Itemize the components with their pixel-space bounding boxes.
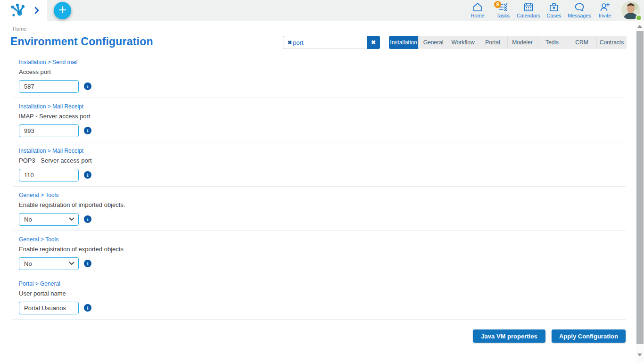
tab-general[interactable]: General <box>419 36 448 49</box>
item-label: Enable registration of imported objects. <box>19 200 626 209</box>
create-new-button[interactable]: + <box>54 2 71 19</box>
nav-label: Home <box>471 13 484 18</box>
message-bubble-icon <box>574 2 585 12</box>
nav-item-tasks[interactable]: 9 Tasks <box>490 2 516 21</box>
info-icon[interactable] <box>84 215 91 223</box>
invite-person-icon <box>599 2 611 12</box>
select-value: No <box>24 216 32 223</box>
nav-label: Tasks <box>496 13 510 18</box>
search-input[interactable]: ✖ port <box>283 36 367 49</box>
item-category-link[interactable]: General > Tools <box>19 236 626 243</box>
exported-objects-select[interactable]: No <box>19 257 79 270</box>
nav-item-home[interactable]: Home <box>465 2 490 21</box>
scroll-down-arrow-icon[interactable] <box>637 354 642 356</box>
access-port-input[interactable] <box>19 80 79 93</box>
config-item-list: Installation > Send mail Access port Ins… <box>13 54 626 320</box>
tab-modeler[interactable]: Modeler <box>508 36 537 49</box>
expand-menu-chevron-icon[interactable] <box>32 6 41 15</box>
item-category-link[interactable]: General > Tools <box>19 191 626 199</box>
nav-label: Messages <box>568 13 591 18</box>
select-value: No <box>24 260 32 267</box>
search-term-remove-icon[interactable]: ✖ <box>288 40 292 46</box>
apply-configuration-button[interactable]: Apply Configuration <box>552 329 626 343</box>
config-item-portal-name: Portal > General User portal name <box>13 275 626 320</box>
search-term: port <box>293 39 303 46</box>
softexpert-logo-icon[interactable] <box>9 3 25 19</box>
tab-contracts[interactable]: Contracts <box>597 36 627 49</box>
config-item-exported-objects: General > Tools Enable registration of e… <box>13 231 626 275</box>
tab-installation[interactable]: Installation <box>389 36 419 49</box>
item-label: POP3 - Server access port <box>19 156 626 165</box>
item-label: IMAP - Server access port <box>19 112 626 121</box>
nav-item-invite[interactable]: Invite <box>592 2 618 21</box>
search-clear-button[interactable]: ✖ <box>367 36 380 49</box>
info-icon[interactable] <box>84 304 91 312</box>
module-tabs: Installation General Workflow Portal Mod… <box>389 36 627 49</box>
info-icon[interactable] <box>84 127 91 134</box>
item-label: Enable registration of exported objects <box>19 245 626 254</box>
page-title: Environment Configuration <box>10 35 153 48</box>
config-item-imported-objects: General > Tools Enable registration of i… <box>13 187 626 231</box>
nav-label: Cases <box>546 13 561 18</box>
chevron-down-icon <box>69 262 74 265</box>
calendar-icon <box>523 2 534 12</box>
java-vm-properties-button[interactable]: Java VM properties <box>473 329 545 343</box>
home-icon <box>472 2 483 12</box>
item-label: User portal name <box>19 289 626 298</box>
item-category-link[interactable]: Installation > Mail Receipt <box>19 103 626 110</box>
online-status-dot <box>636 15 642 21</box>
pop3-port-input[interactable] <box>19 169 79 181</box>
portal-name-input[interactable] <box>19 302 79 314</box>
tab-crm[interactable]: CRM <box>567 36 597 49</box>
nav-label: Calendars <box>517 13 540 18</box>
scrollbar-thumb[interactable] <box>636 31 644 344</box>
breadcrumb[interactable]: Home <box>13 26 26 32</box>
topbar-nav: Home 9 Tasks Calendars Cases <box>465 2 618 21</box>
item-category-link[interactable]: Installation > Mail Receipt <box>19 147 626 155</box>
item-category-link[interactable]: Installation > Send mail <box>19 58 626 66</box>
config-item-imap-port: Installation > Mail Receipt IMAP - Serve… <box>13 98 626 142</box>
chevron-down-icon <box>69 217 74 221</box>
logo-block <box>0 0 47 23</box>
item-label: Access port <box>19 67 626 76</box>
search-area: ✖ port ✖ <box>283 36 380 49</box>
nav-item-calendars[interactable]: Calendars <box>516 2 541 21</box>
item-category-link[interactable]: Portal > General <box>19 280 626 288</box>
imap-port-input[interactable] <box>19 124 79 137</box>
tasks-badge: 9 <box>494 1 501 8</box>
tab-tedis[interactable]: Tedis <box>537 36 567 49</box>
info-icon[interactable] <box>84 260 91 267</box>
user-avatar[interactable] <box>621 1 641 21</box>
imported-objects-select[interactable]: No <box>19 213 79 226</box>
tab-workflow[interactable]: Workflow <box>448 36 478 49</box>
nav-label: Invite <box>599 13 611 18</box>
info-icon[interactable] <box>84 171 91 179</box>
config-item-access-port: Installation > Send mail Access port <box>13 54 626 98</box>
tab-portal[interactable]: Portal <box>478 36 508 49</box>
nav-item-messages[interactable]: Messages <box>567 2 592 21</box>
briefcase-icon <box>548 2 560 12</box>
vertical-scrollbar <box>636 21 644 362</box>
scroll-up-arrow-icon[interactable] <box>637 25 642 28</box>
info-icon[interactable] <box>84 82 91 90</box>
nav-item-cases[interactable]: Cases <box>541 2 567 21</box>
config-item-pop3-port: Installation > Mail Receipt POP3 - Serve… <box>13 142 626 187</box>
